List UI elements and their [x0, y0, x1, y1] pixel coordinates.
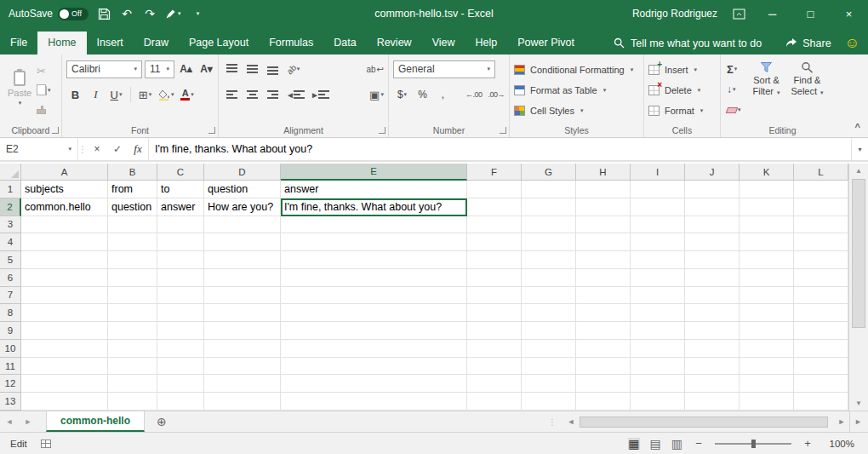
enter-button[interactable]: ✓	[107, 138, 128, 160]
insert-cells-button[interactable]: Insert ▾	[648, 62, 717, 78]
underline-button[interactable]: U▾	[107, 86, 125, 104]
cell-J2[interactable]	[685, 198, 740, 216]
ribbon-display-options-button[interactable]	[731, 3, 746, 24]
align-top-button[interactable]	[223, 60, 241, 78]
column-header-C[interactable]: C	[157, 164, 204, 181]
autosum-button[interactable]: Σ▾	[725, 60, 743, 78]
cell-E5[interactable]	[281, 251, 467, 269]
cell-L13[interactable]	[794, 393, 848, 411]
tell-me-box[interactable]: Tell me what you want to do	[614, 32, 762, 55]
increase-font-size-button[interactable]: A▴	[177, 60, 195, 78]
cell-J9[interactable]	[685, 322, 740, 340]
font-color-button[interactable]: A ▾	[179, 86, 197, 104]
fill-color-button[interactable]: ▾	[157, 86, 176, 104]
cell-L12[interactable]	[794, 375, 848, 393]
cell-H12[interactable]	[576, 375, 631, 393]
cell-F6[interactable]	[467, 269, 522, 287]
sheet-nav-right-button[interactable]: ►	[19, 417, 37, 426]
scroll-down-icon[interactable]: ▼	[849, 396, 868, 411]
cell-G6[interactable]	[522, 269, 576, 287]
column-header-K[interactable]: K	[740, 164, 794, 181]
cell-A12[interactable]	[21, 375, 108, 393]
cell-G7[interactable]	[522, 287, 576, 305]
cell-A6[interactable]	[21, 269, 108, 287]
cell-K1[interactable]	[740, 181, 794, 198]
cell-I12[interactable]	[631, 375, 685, 393]
minimize-button[interactable]: ─	[753, 0, 791, 27]
cell-L4[interactable]	[794, 233, 848, 251]
select-all-button[interactable]	[0, 164, 21, 181]
cell-A1[interactable]: subjects	[21, 181, 108, 198]
vscroll-track[interactable]	[849, 178, 868, 396]
decrease-font-size-button[interactable]: A▾	[197, 60, 215, 78]
cell-B12[interactable]	[108, 375, 157, 393]
horizontal-scrollbar[interactable]	[579, 415, 834, 429]
cell-G9[interactable]	[522, 322, 576, 340]
page-layout-view-button[interactable]: ▤	[650, 438, 661, 450]
cell-L5[interactable]	[794, 251, 848, 269]
cell-K2[interactable]	[740, 198, 794, 216]
align-left-button[interactable]	[223, 86, 241, 104]
cell-I9[interactable]	[631, 322, 685, 340]
cell-C1[interactable]: to	[157, 181, 204, 198]
font-dialog-launcher[interactable]	[208, 127, 215, 134]
cell-B3[interactable]	[108, 216, 157, 234]
pen-button[interactable]: ▾	[165, 3, 181, 24]
tab-help[interactable]: Help	[465, 32, 508, 55]
cell-E2[interactable]: I'm fine, thanks. What about you?	[281, 198, 467, 216]
tab-view[interactable]: View	[422, 32, 465, 55]
cell-H11[interactable]	[576, 358, 631, 376]
cell-F4[interactable]	[467, 233, 522, 251]
wrap-text-button[interactable]: ab↩	[364, 60, 385, 78]
customize-qat-button[interactable]: ▾	[191, 3, 206, 24]
tab-home[interactable]: Home	[37, 32, 86, 55]
cell-J11[interactable]	[685, 358, 740, 376]
cell-F3[interactable]	[467, 216, 522, 234]
cell-K7[interactable]	[740, 287, 794, 305]
cell-C12[interactable]	[157, 375, 204, 393]
cell-I5[interactable]	[631, 251, 685, 269]
delete-cells-button[interactable]: Delete ▾	[648, 83, 717, 98]
tab-power-pivot[interactable]: Power Pivot	[507, 32, 585, 55]
percent-style-button[interactable]: %	[414, 86, 431, 104]
align-middle-button[interactable]	[243, 60, 261, 78]
column-header-J[interactable]: J	[685, 164, 740, 181]
cell-C10[interactable]	[157, 340, 204, 358]
cell-A10[interactable]	[21, 340, 108, 358]
cell-K5[interactable]	[740, 251, 794, 269]
cell-E12[interactable]	[281, 375, 467, 393]
cell-B2[interactable]: question	[108, 198, 157, 216]
tab-data[interactable]: Data	[323, 32, 366, 55]
cell-I13[interactable]	[631, 393, 685, 411]
cell-L10[interactable]	[794, 340, 848, 358]
cell-E7[interactable]	[281, 287, 467, 305]
cell-H9[interactable]	[576, 322, 631, 340]
cell-G12[interactable]	[522, 375, 576, 393]
cell-C13[interactable]	[157, 393, 204, 411]
column-header-F[interactable]: F	[467, 164, 522, 181]
cell-C9[interactable]	[157, 322, 204, 340]
cell-B9[interactable]	[108, 322, 157, 340]
cell-K3[interactable]	[740, 216, 794, 234]
cell-E8[interactable]	[281, 304, 467, 322]
cell-H7[interactable]	[576, 287, 631, 305]
row-header-7[interactable]: 7	[0, 287, 21, 305]
autosave-toggle[interactable]: AutoSave Off	[9, 8, 89, 20]
comma-style-button[interactable]: ,	[434, 86, 452, 104]
cell-D5[interactable]	[204, 251, 281, 269]
new-sheet-button[interactable]: ⊕	[157, 415, 167, 428]
cell-L3[interactable]	[794, 216, 848, 234]
cell-G3[interactable]	[522, 216, 576, 234]
cell-J5[interactable]	[685, 251, 740, 269]
zoom-in-button[interactable]: +	[802, 437, 814, 450]
cell-C4[interactable]	[157, 233, 204, 251]
cell-I4[interactable]	[631, 233, 685, 251]
column-header-B[interactable]: B	[108, 164, 157, 181]
cell-E13[interactable]	[281, 393, 467, 411]
align-right-button[interactable]	[264, 86, 282, 104]
cell-B7[interactable]	[108, 287, 157, 305]
cell-F10[interactable]	[467, 340, 522, 358]
zoom-slider-knob[interactable]	[751, 440, 756, 448]
cell-F12[interactable]	[467, 375, 522, 393]
number-format-select[interactable]: General ▾	[393, 60, 495, 78]
